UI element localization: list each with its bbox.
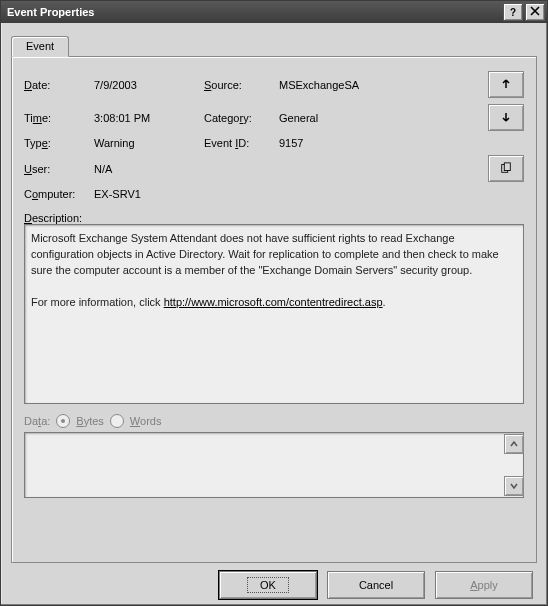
label-user: User: [24, 163, 94, 175]
cancel-button-label: Cancel [346, 577, 406, 593]
label-bytes: Bytes [76, 415, 104, 427]
help-button[interactable]: ? [503, 3, 523, 21]
label-words: Words [130, 415, 162, 427]
scroll-up-button[interactable] [504, 434, 524, 454]
data-area-wrap [24, 432, 524, 498]
close-icon [530, 6, 540, 18]
client-area: Event Date: 7/9/2003 Source: MSExchangeS… [1, 23, 547, 605]
radio-words [110, 414, 124, 428]
label-data: Data: [24, 415, 50, 427]
label-computer: Computer: [24, 188, 94, 200]
ok-button-label: OK [247, 577, 289, 593]
tab-event[interactable]: Event [11, 36, 69, 57]
close-button[interactable] [525, 3, 545, 21]
tab-strip: Event [11, 31, 537, 56]
value-source: MSExchangeSA [279, 79, 480, 91]
label-type: Type: [24, 137, 94, 149]
ok-button[interactable]: OK [219, 571, 317, 599]
next-event-button[interactable] [488, 104, 524, 131]
label-time: Time: [24, 112, 94, 124]
value-type: Warning [94, 137, 204, 149]
dialog-window: Event Properties ? Event Date: 7/9/2003 … [0, 0, 548, 606]
apply-button: Apply [435, 571, 533, 599]
chevron-up-icon [510, 438, 518, 450]
value-computer: EX-SRV1 [94, 188, 480, 200]
data-area[interactable] [24, 432, 524, 498]
description-body: Microsoft Exchange System Attendant does… [31, 232, 499, 276]
window-title: Event Properties [7, 6, 501, 18]
label-eventid: Event ID: [204, 137, 279, 149]
data-format-row: Data: Bytes Words [24, 414, 524, 428]
description-suffix: . [383, 296, 386, 308]
radio-bytes [56, 414, 70, 428]
value-eventid: 9157 [279, 137, 480, 149]
label-date: Date: [24, 79, 94, 91]
prev-event-button[interactable] [488, 71, 524, 98]
value-time: 3:08:01 PM [94, 112, 204, 124]
label-source: Source: [204, 79, 279, 91]
arrow-up-icon [500, 78, 512, 92]
cancel-button[interactable]: Cancel [327, 571, 425, 599]
tab-panel: Date: 7/9/2003 Source: MSExchangeSA Time… [11, 56, 537, 563]
scroll-down-button[interactable] [504, 476, 524, 496]
copy-icon [500, 162, 512, 176]
help-icon: ? [510, 7, 516, 18]
label-category: Category: [204, 112, 279, 124]
value-date: 7/9/2003 [94, 79, 204, 91]
value-category: General [279, 112, 480, 124]
description-more-prefix: For more information, click [31, 296, 164, 308]
data-scrollbar [504, 434, 522, 496]
value-user: N/A [94, 163, 480, 175]
dialog-button-row: OK Cancel Apply [11, 563, 537, 599]
label-description: Description: [24, 212, 524, 224]
tab-event-label: Event [26, 40, 54, 52]
title-bar: Event Properties ? [1, 1, 547, 23]
chevron-down-icon [510, 480, 518, 492]
apply-button-label: Apply [457, 577, 511, 593]
description-text[interactable]: Microsoft Exchange System Attendant does… [24, 224, 524, 404]
arrow-down-icon [500, 111, 512, 125]
description-link[interactable]: http://www.microsoft.com/contentredirect… [164, 296, 383, 308]
svg-rect-1 [504, 162, 510, 170]
copy-button[interactable] [488, 155, 524, 182]
properties-grid: Date: 7/9/2003 Source: MSExchangeSA Time… [24, 71, 524, 200]
